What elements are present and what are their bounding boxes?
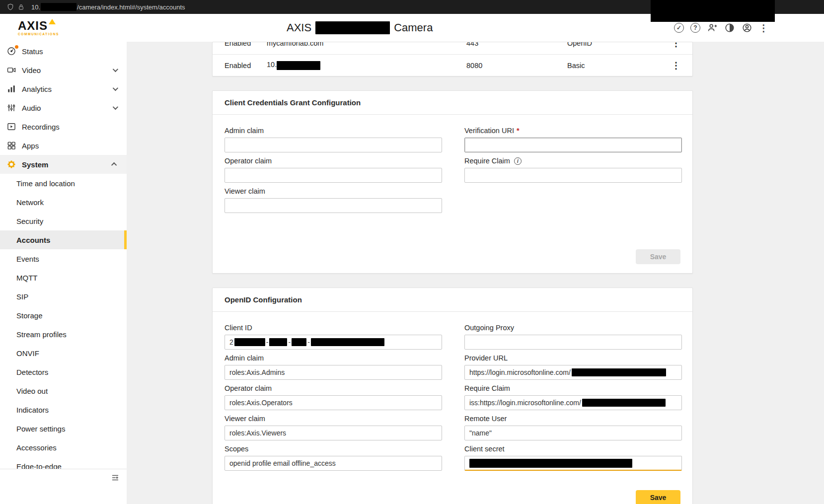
sidebar-item-label: Video out [16, 387, 48, 395]
admin-claim-label: Admin claim [225, 354, 442, 362]
sidebar-item-recordings[interactable]: Recordings [0, 117, 127, 136]
help-icon[interactable]: ? [690, 23, 700, 33]
logo-triangle-icon [49, 19, 56, 24]
add-user-icon[interactable] [707, 22, 718, 33]
sidebar: Status Video Analytics Audio [0, 42, 127, 504]
redacted-text [41, 3, 76, 11]
sidebar-item-edge-to-edge[interactable]: Edge-to-edge [0, 457, 127, 469]
cell-port: 443 [466, 42, 567, 47]
sidebar-item-mqtt[interactable]: MQTT [0, 268, 127, 287]
sidebar-item-power-settings[interactable]: Power settings [0, 419, 127, 438]
sidebar-item-label: Events [16, 255, 39, 263]
sidebar-item-label: Indicators [16, 406, 49, 414]
account-icon[interactable] [742, 22, 752, 33]
sidebar-item-sip[interactable]: SIP [0, 287, 127, 306]
operator-claim-input[interactable] [225, 395, 442, 410]
require-claim-input[interactable]: iss:https://login.microsoftonline.com/ [464, 395, 682, 410]
viewer-claim-input[interactable] [225, 198, 442, 213]
require-claim-label: Require Claimi [464, 157, 682, 165]
save-button[interactable]: Save [636, 249, 680, 264]
sidebar-item-time-and-location[interactable]: Time and location [0, 174, 127, 193]
provider-url-input[interactable]: https://login.microsoftonline.com/ [464, 365, 682, 380]
sidebar-item-analytics[interactable]: Analytics [0, 79, 127, 98]
require-claim-input[interactable] [464, 168, 682, 183]
overflow-menu-icon[interactable]: ⋮ [759, 23, 768, 33]
table-row-clipped: Enabled mycamforlab.com 443 OpenID ⋮ [213, 42, 692, 54]
redacted-text [315, 21, 390, 34]
outgoing-proxy-input[interactable] [464, 335, 682, 350]
operator-claim-input[interactable] [225, 168, 442, 183]
redacted-text [277, 61, 320, 70]
sidebar-item-indicators[interactable]: Indicators [0, 400, 127, 419]
info-icon[interactable]: i [514, 157, 522, 165]
sidebar-item-onvif[interactable]: ONVIF [0, 344, 127, 362]
redacted-text [234, 338, 265, 346]
save-button[interactable]: Save [636, 490, 680, 504]
sidebar-item-label: Edge-to-edge [16, 462, 62, 469]
card-title: Client Credentials Grant Configuration [213, 91, 692, 115]
cell-port: 8080 [466, 62, 567, 70]
sidebar-item-label: Storage [16, 311, 43, 320]
viewer-claim-label: Viewer claim [225, 187, 442, 195]
status-icon [6, 46, 17, 57]
sidebar-item-video[interactable]: Video [0, 61, 127, 79]
sidebar-item-audio[interactable]: Audio [0, 98, 127, 117]
lock-icon [18, 4, 24, 10]
chevron-down-icon [113, 104, 118, 110]
card-title: OpenID Configuration [213, 288, 692, 312]
contrast-icon[interactable] [724, 22, 735, 33]
url-ip: 10. [31, 3, 40, 11]
require-claim-label: Require Claim [464, 384, 682, 392]
accounts-table-card: Enabled mycamforlab.com 443 OpenID ⋮ Ena… [212, 42, 693, 76]
remote-user-input[interactable] [464, 426, 682, 440]
redacted-text [582, 399, 666, 407]
redacted-text [311, 338, 384, 346]
scopes-label: Scopes [225, 445, 442, 453]
sidebar-item-label: Stream profiles [16, 330, 67, 339]
client-id-input[interactable]: 2--- [225, 335, 442, 350]
client-credentials-card: Client Credentials Grant Configuration A… [212, 90, 693, 274]
sidebar-item-apps[interactable]: Apps [0, 136, 127, 155]
client-secret-label: Client secret [464, 445, 682, 453]
sidebar-item-accounts[interactable]: Accounts [0, 230, 127, 249]
outgoing-proxy-label: Outgoing Proxy [464, 324, 682, 332]
chevron-up-icon [111, 162, 117, 168]
page-title: AXIS Camera [287, 14, 433, 42]
notification-dot [15, 45, 18, 49]
sidebar-item-network[interactable]: Network [0, 193, 127, 212]
operator-claim-label: Operator claim [225, 157, 442, 165]
sidebar-item-events[interactable]: Events [0, 249, 127, 268]
verification-uri-input[interactable] [464, 138, 682, 152]
sidebar-item-accessories[interactable]: Accessories [0, 438, 127, 457]
required-marker: * [517, 127, 520, 135]
sidebar-item-label: Analytics [22, 85, 52, 93]
sidebar-item-label: SIP [16, 292, 28, 301]
sidebar-item-label: Apps [22, 142, 39, 150]
admin-claim-label: Admin claim [225, 127, 442, 135]
redacted-region [651, 0, 775, 22]
collapse-sidebar-icon[interactable] [111, 473, 120, 482]
table-row: Enabled 10. 8080 Basic ⋮ [213, 54, 692, 76]
shield-icon [7, 3, 14, 10]
sidebar-item-detectors[interactable]: Detectors [0, 362, 127, 381]
sidebar-item-stream-profiles[interactable]: Stream profiles [0, 325, 127, 344]
sidebar-item-storage[interactable]: Storage [0, 306, 127, 325]
sidebar-item-system[interactable]: System [0, 155, 127, 174]
row-menu-icon[interactable]: ⋮ [666, 42, 680, 49]
cell-host: mycamforlab.com [267, 42, 466, 47]
sidebar-item-video-out[interactable]: Video out [0, 381, 127, 400]
admin-claim-input[interactable] [225, 138, 442, 152]
sidebar-item-status[interactable]: Status [0, 42, 127, 61]
viewer-claim-input[interactable] [225, 426, 442, 440]
sidebar-item-label: Recordings [22, 123, 60, 131]
sidebar-list: Status Video Analytics Audio [0, 42, 127, 469]
admin-claim-input[interactable] [225, 365, 442, 380]
sidebar-item-security[interactable]: Security [0, 212, 127, 230]
check-circle-icon[interactable]: ✓ [674, 23, 684, 33]
scopes-input[interactable] [225, 456, 442, 471]
main-content: Enabled mycamforlab.com 443 OpenID ⋮ Ena… [127, 42, 824, 504]
apps-icon [6, 140, 17, 151]
client-secret-input[interactable] [464, 456, 682, 471]
recordings-icon [6, 121, 17, 132]
row-menu-icon[interactable]: ⋮ [666, 60, 680, 71]
